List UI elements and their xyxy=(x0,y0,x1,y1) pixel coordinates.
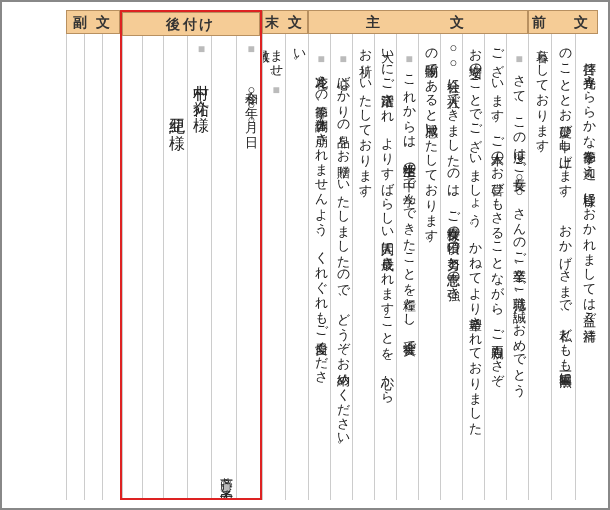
post-spacer-2 xyxy=(122,36,142,498)
sub-spacer-2 xyxy=(84,34,102,500)
section-prelude: 前 文 拝啓 春光うららかな季節を迎え、皆様におかれましては益々ご清祥 のことと… xyxy=(528,10,598,500)
section-postscript-highlight: 後付け ■ 令和○年○月○日 斉藤 由希子■ ■ 中村 祐介 様 亜紀 様 xyxy=(120,10,262,500)
main-line-6: ■これからは、学生生活の中で学んできたことを糧とし、実社会で xyxy=(396,34,418,500)
header-closing: 末 文 xyxy=(262,10,308,34)
post-date: ■ 令和○年○月○日 xyxy=(236,36,260,498)
header-prelude: 前 文 xyxy=(528,10,598,34)
post-spacer-1 xyxy=(142,36,162,498)
main-line-8: お祈りいたしております。 xyxy=(352,34,374,500)
main-line-3: お安堵のことでございましょう。かねてより希望されておりました xyxy=(462,34,484,500)
main-line-1: ■さて、この度はご長女○○さんのご卒業、ご就職、誠におめでとう xyxy=(506,34,528,500)
header-subtext: 副 文 xyxy=(66,10,120,34)
prelude-line-2: のこととお慶び申し上げます。 おかげさまで、私どもも一同無事に xyxy=(551,34,574,500)
header-main: 主 文 xyxy=(308,10,528,34)
closing-keigu: 敬具 xyxy=(262,40,270,496)
section-main: 主 文 ■さて、この度はご長女○○さんのご卒業、ご就職、誠におめでとう ございま… xyxy=(308,10,528,500)
main-line-5: の賜物であると感服いたしております。 xyxy=(418,34,440,500)
main-line-2: ございます。ご本人のお喜びもさることながら、ご両親もさぞ xyxy=(484,34,506,500)
main-line-9: ■心ばかりの品をお贈りいたしましたので、どうぞお納めください。 xyxy=(330,34,352,500)
post-recipient-2: 亜紀 様 xyxy=(163,36,187,498)
sub-spacer-1 xyxy=(102,34,120,500)
section-subtext: 副 文 xyxy=(66,10,120,500)
section-closing: 末 文 い。 ませ。■ 敬具 xyxy=(262,10,308,500)
prelude-line-1: 拝啓 春光うららかな季節を迎え、皆様におかれましては益々ご清祥 xyxy=(575,34,598,500)
header-postscript: 後付け xyxy=(122,12,260,36)
prelude-line-3: 暮らしております。 xyxy=(528,34,551,500)
section-postscript: 後付け ■ 令和○年○月○日 斉藤 由希子■ ■ 中村 祐介 様 亜紀 様 xyxy=(122,12,260,498)
sub-spacer-3 xyxy=(66,34,84,500)
closing-line-a: い。 xyxy=(285,34,308,500)
closing-line-b: ませ。■ 敬具 xyxy=(262,34,285,500)
main-line-4: ○○会社に入社できましたのは、ご長女様の日頃の努力と意志の強さ xyxy=(440,34,462,500)
post-sender: 斉藤 由希子■ xyxy=(211,36,235,498)
post-recipient-1: ■ 中村 祐介 様 xyxy=(187,36,211,498)
main-line-10: ■花冷えの季節、体調を崩されませんよう、くれぐれもご自愛くださ xyxy=(308,34,330,500)
main-line-7: 大いにご活躍され、よりすばらしい人間に成長されますことを、心から xyxy=(374,34,396,500)
